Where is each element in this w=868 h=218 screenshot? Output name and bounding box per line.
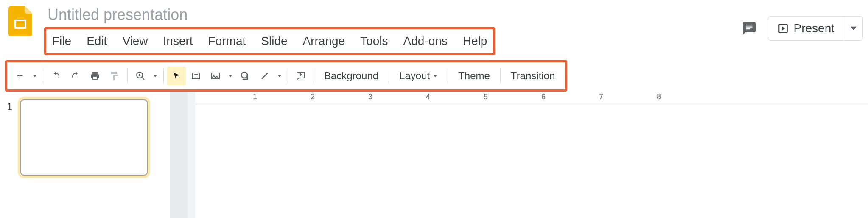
vertical-gutter — [170, 92, 188, 218]
svg-line-11 — [262, 73, 268, 79]
highlight-menubar-box: File Edit View Insert Format Slide Arran… — [44, 27, 495, 55]
transition-button[interactable]: Transition — [504, 70, 562, 82]
slides-logo[interactable] — [7, 4, 34, 38]
menu-format[interactable]: Format — [207, 32, 248, 50]
menu-arrange[interactable]: Arrange — [301, 32, 347, 50]
menu-file[interactable]: File — [50, 32, 73, 50]
select-tool[interactable] — [167, 67, 186, 85]
ruler-tick: 5 — [484, 92, 488, 101]
menubar: File Edit View Insert Format Slide Arran… — [50, 32, 489, 50]
background-button[interactable]: Background — [317, 70, 385, 82]
separator — [314, 68, 314, 84]
print-button[interactable] — [86, 67, 104, 85]
menu-tools[interactable]: Tools — [358, 32, 389, 50]
menu-insert[interactable]: Insert — [162, 32, 195, 50]
layout-label: Layout — [399, 70, 430, 82]
present-label: Present — [794, 22, 835, 35]
main-area: 1 1 2 3 4 5 6 7 8 — [0, 92, 868, 218]
svg-point-10 — [241, 72, 247, 78]
present-button[interactable]: Present — [768, 17, 844, 40]
line-tool[interactable] — [255, 67, 274, 85]
menu-addons[interactable]: Add-ons — [402, 32, 449, 50]
separator — [288, 68, 288, 84]
theme-label: Theme — [458, 70, 490, 82]
ruler-tick: 2 — [311, 92, 315, 101]
separator — [163, 68, 164, 84]
transition-label: Transition — [511, 70, 555, 82]
canvas-area: 1 2 3 4 5 6 7 8 — [170, 92, 868, 218]
ruler-tick: 7 — [599, 92, 603, 101]
ruler-tick: 6 — [541, 92, 546, 101]
horizontal-ruler[interactable]: 1 2 3 4 5 6 7 8 — [195, 92, 868, 104]
separator — [389, 68, 389, 84]
present-button-group: Present — [768, 16, 863, 41]
menu-view[interactable]: View — [120, 32, 149, 50]
comments-icon[interactable] — [741, 20, 758, 37]
ruler-tick: 4 — [426, 92, 430, 101]
highlight-toolbar-box: Background Layout Theme Transition — [5, 60, 567, 92]
present-dropdown[interactable] — [844, 17, 862, 40]
menu-help[interactable]: Help — [461, 32, 489, 50]
ruler-tick: 1 — [253, 92, 257, 101]
textbox-tool[interactable] — [187, 67, 205, 85]
separator — [448, 68, 448, 84]
new-slide-dropdown[interactable] — [30, 75, 39, 77]
slide-row: 1 — [7, 99, 163, 176]
paint-format-button[interactable] — [105, 67, 124, 85]
slide-thumbnail[interactable] — [20, 99, 148, 176]
document-title[interactable]: Untitled presentation — [44, 4, 741, 27]
background-label: Background — [324, 70, 378, 82]
layout-button[interactable]: Layout — [392, 70, 444, 82]
toolbar: Background Layout Theme Transition — [7, 62, 565, 89]
comment-button[interactable] — [291, 67, 310, 85]
svg-rect-1 — [16, 21, 25, 27]
ruler-tick: 8 — [657, 92, 661, 101]
chevron-down-icon — [433, 75, 437, 77]
filmstrip: 1 — [0, 92, 170, 218]
menu-edit[interactable]: Edit — [85, 32, 109, 50]
slide-number: 1 — [7, 99, 15, 113]
undo-button[interactable] — [47, 67, 65, 85]
separator — [43, 68, 43, 84]
ruler-tick: 3 — [368, 92, 372, 101]
shape-tool[interactable] — [236, 67, 255, 85]
svg-line-4 — [142, 77, 144, 80]
theme-button[interactable]: Theme — [451, 70, 497, 82]
separator — [127, 68, 128, 84]
zoom-dropdown[interactable] — [151, 75, 160, 77]
image-tool[interactable] — [206, 67, 225, 85]
image-dropdown[interactable] — [226, 75, 235, 77]
redo-button[interactable] — [66, 67, 85, 85]
menu-slide[interactable]: Slide — [259, 32, 289, 50]
line-dropdown[interactable] — [275, 75, 284, 77]
slide-canvas[interactable] — [195, 104, 868, 218]
new-slide-button[interactable] — [11, 67, 29, 85]
separator — [500, 68, 501, 84]
zoom-button[interactable] — [131, 67, 150, 85]
